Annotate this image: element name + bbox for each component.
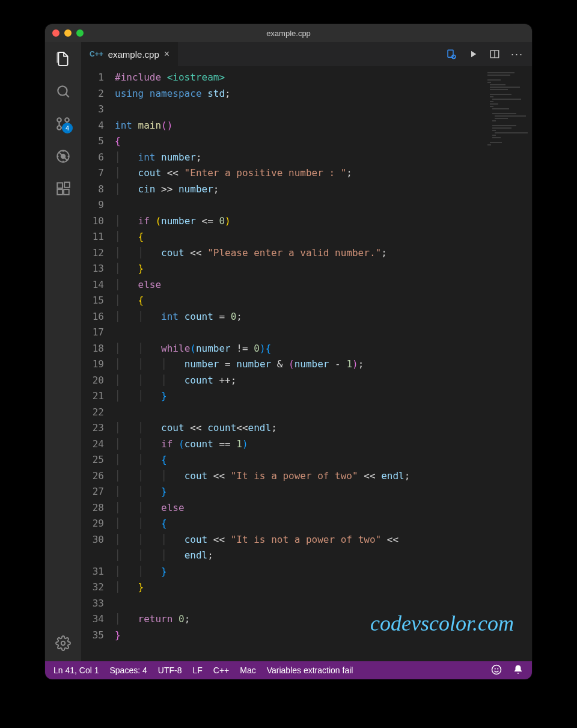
- status-spaces[interactable]: Spaces: 4: [110, 665, 147, 675]
- svg-point-41: [495, 668, 496, 669]
- svg-point-42: [497, 668, 498, 669]
- svg-point-0: [58, 86, 67, 95]
- status-language[interactable]: C++: [213, 665, 229, 675]
- more-actions-icon[interactable]: ···: [511, 48, 524, 61]
- maximize-window-button[interactable]: [76, 29, 84, 37]
- svg-point-5: [61, 154, 66, 159]
- tab-example-cpp[interactable]: C++ example.cpp ×: [81, 42, 178, 66]
- close-tab-icon[interactable]: ×: [164, 49, 169, 60]
- editor-area[interactable]: 1234567891011121314151617181920212223242…: [81, 66, 532, 661]
- split-editor-icon[interactable]: [489, 49, 500, 60]
- activity-bar: 4: [45, 42, 81, 661]
- tab-label: example.cpp: [108, 49, 159, 60]
- svg-point-3: [57, 118, 61, 122]
- close-window-button[interactable]: [52, 29, 60, 37]
- go-to-changes-icon[interactable]: [446, 49, 457, 60]
- svg-rect-7: [57, 189, 63, 195]
- code-content[interactable]: #include <iostream>using namespace std; …: [115, 70, 532, 643]
- svg-rect-9: [64, 182, 70, 188]
- editor-tabs: C++ example.cpp × ···: [81, 42, 532, 66]
- explorer-icon[interactable]: [55, 50, 72, 67]
- window-title: example.cpp: [45, 29, 532, 38]
- titlebar: example.cpp: [45, 24, 532, 42]
- run-icon[interactable]: [468, 49, 478, 60]
- status-bar: Ln 41, Col 1 Spaces: 4 UTF-8 LF C++ Mac …: [45, 661, 532, 679]
- source-control-icon[interactable]: 4: [55, 115, 72, 132]
- status-cursor[interactable]: Ln 41, Col 1: [53, 665, 99, 675]
- status-eol[interactable]: LF: [192, 665, 202, 675]
- cpp-file-icon: C++: [90, 50, 103, 58]
- search-icon[interactable]: [55, 83, 72, 100]
- bell-icon[interactable]: [513, 664, 524, 677]
- status-encoding[interactable]: UTF-8: [158, 665, 182, 675]
- svg-point-10: [61, 641, 66, 646]
- scm-badge: 4: [62, 123, 73, 133]
- debug-icon[interactable]: [55, 148, 72, 165]
- vscode-window: example.cpp 4: [45, 24, 532, 679]
- svg-rect-8: [64, 189, 69, 195]
- minimize-window-button[interactable]: [64, 29, 72, 37]
- svg-point-1: [65, 118, 69, 122]
- svg-point-40: [492, 665, 501, 674]
- extensions-icon[interactable]: [55, 180, 72, 197]
- settings-icon[interactable]: [55, 635, 72, 652]
- traffic-lights: [52, 29, 84, 37]
- feedback-icon[interactable]: [491, 664, 502, 677]
- status-message[interactable]: Variables extraction fail: [267, 665, 353, 675]
- editor-actions: ···: [446, 42, 532, 66]
- svg-point-2: [57, 126, 61, 130]
- svg-rect-6: [57, 183, 63, 188]
- status-os[interactable]: Mac: [240, 665, 255, 675]
- line-number-gutter: 1234567891011121314151617181920212223242…: [81, 70, 115, 643]
